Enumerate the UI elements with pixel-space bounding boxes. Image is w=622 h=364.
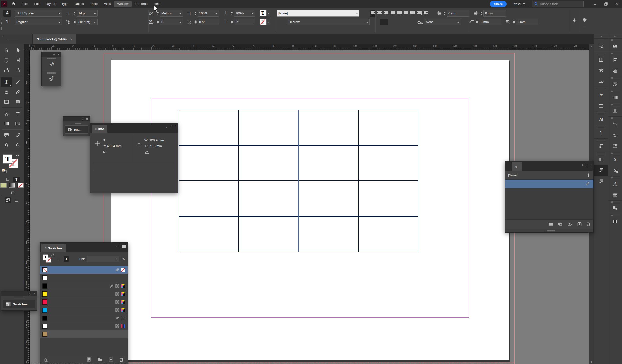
fill-stroke-proxy[interactable]: T T — [43, 254, 53, 264]
apply-color-button[interactable] — [0, 183, 7, 188]
stepper[interactable] — [194, 19, 197, 25]
share-button[interactable]: Share — [490, 1, 506, 7]
new-cell-style-button[interactable] — [577, 222, 582, 227]
panel-grip[interactable] — [1, 19, 2, 31]
drag-grip[interactable] — [7, 39, 18, 41]
horizontal-scale-select[interactable]: 100% — [234, 10, 255, 17]
stepper[interactable] — [230, 19, 233, 25]
swatch-row[interactable] — [40, 306, 128, 314]
table-cell-r2c4[interactable] — [358, 145, 418, 181]
table-cell-r2c3[interactable] — [299, 145, 358, 181]
swatch-views-button[interactable] — [87, 357, 92, 363]
paragraph-styles-panel-icon[interactable]: ¶ — [42, 74, 61, 83]
pathfinder-panel-icon[interactable] — [608, 65, 622, 76]
delete-swatch-button[interactable] — [119, 357, 123, 363]
skew-field[interactable]: 0° — [234, 19, 255, 25]
justify-last-center-button[interactable] — [396, 10, 403, 17]
panel-menu-icon[interactable] — [122, 245, 126, 248]
conditional-text-panel-icon[interactable]: S — [608, 165, 622, 176]
tab-cell-styles[interactable]: ◊ — [512, 162, 522, 171]
table-cell-r1c4[interactable] — [358, 110, 418, 145]
composer-panel-icon[interactable] — [608, 130, 622, 141]
ltr-direction-button[interactable] — [380, 19, 388, 25]
gradient-panel-icon[interactable] — [608, 92, 622, 103]
free-transform-tool[interactable] — [12, 109, 24, 118]
kerning-select[interactable]: Metrics — [160, 10, 183, 17]
fast-apply-icon[interactable] — [572, 18, 577, 25]
character-styles-panel-icon[interactable]: A — [42, 59, 61, 69]
tab-swatches[interactable]: ◊Swatches — [41, 244, 66, 252]
media-panel-icon[interactable] — [608, 216, 622, 227]
stepper[interactable] — [73, 19, 76, 25]
character-fill-swatch[interactable]: T — [260, 10, 266, 16]
scroll-up-icon[interactable]: ▲ — [590, 45, 593, 48]
table-cell-r3c1[interactable] — [179, 181, 239, 216]
type-tool[interactable]: T — [1, 77, 12, 87]
stepper[interactable] — [156, 19, 159, 25]
indesign-logo[interactable]: Id — [1, 1, 7, 7]
search-input[interactable] — [540, 2, 576, 6]
font-family-select[interactable]: FbSpoiler — [15, 10, 62, 17]
rectangle-tool[interactable] — [12, 97, 24, 107]
bookmarks-panel-icon[interactable] — [608, 141, 622, 152]
kashida-select[interactable]: None — [424, 19, 461, 25]
character-formatting-button[interactable]: A — [3, 10, 11, 17]
collapse-dock-icon[interactable]: « — [614, 35, 616, 38]
right-indent-field[interactable]: 0 mm — [484, 10, 506, 17]
fill-proxy[interactable]: T — [3, 154, 12, 164]
tint-field[interactable]: › — [87, 256, 119, 262]
table-cell-r4c1[interactable] — [179, 216, 239, 252]
panel-menu-icon[interactable] — [587, 164, 591, 166]
tab-table[interactable] — [505, 162, 512, 171]
clear-overrides-button[interactable] — [558, 222, 563, 227]
stroke-styles-panel-icon[interactable]: S — [608, 154, 622, 165]
lists-panel-icon[interactable] — [608, 190, 622, 200]
table-cell-r3c3[interactable] — [299, 181, 358, 216]
table-cell-r4c2[interactable] — [239, 216, 299, 252]
collapse-dock-icon[interactable]: « — [600, 35, 602, 38]
export-swatches-button[interactable] — [44, 357, 49, 363]
formatting-affects-container-button[interactable] — [55, 256, 61, 262]
break-link-button[interactable] — [568, 222, 573, 227]
text-wrap-panel-icon[interactable] — [608, 105, 622, 116]
tab-table-s[interactable] — [522, 162, 528, 171]
justify-last-left-button[interactable] — [389, 10, 396, 17]
ruler-origin[interactable] — [24, 44, 30, 50]
view-options-icon[interactable] — [9, 190, 15, 195]
rtl-direction-button[interactable] — [388, 19, 395, 25]
comments-panel-icon[interactable] — [594, 41, 608, 52]
close-tab-icon[interactable]: × — [70, 37, 72, 41]
collapse-icon[interactable]: « — [2, 35, 4, 38]
small-caps-button[interactable] — [102, 19, 110, 25]
table-cell-r3c4[interactable] — [358, 181, 418, 216]
fill-expander[interactable]: › — [266, 10, 270, 16]
formatting-affects-text-button[interactable]: T — [13, 177, 20, 182]
menu-item-type[interactable]: Type — [58, 1, 71, 7]
align-away-spine-button[interactable] — [422, 10, 429, 17]
font-size-select[interactable]: 14 pt — [77, 10, 98, 17]
eyedropper-tool[interactable] — [12, 130, 24, 140]
scroll-down-icon[interactable]: ▼ — [590, 360, 593, 363]
menu-item-file[interactable]: File — [19, 1, 31, 7]
tab-info[interactable]: ◊Info — [92, 125, 107, 133]
stepper[interactable] — [194, 10, 197, 16]
menu-item-object[interactable]: Object — [72, 1, 87, 7]
info-panel-collapsed-button[interactable]: i Inf... — [65, 125, 88, 134]
page-tool[interactable] — [1, 55, 12, 65]
vertical-scale-select[interactable]: 100% — [197, 10, 219, 17]
stepper[interactable] — [73, 10, 76, 16]
swatch-row[interactable] — [40, 290, 128, 298]
new-swatch-button[interactable] — [109, 357, 113, 362]
expand-icon[interactable]: » — [29, 292, 30, 295]
formatting-affects-text-button[interactable]: T — [64, 256, 70, 262]
close-icon[interactable]: × — [58, 53, 59, 56]
adjust-panel-icon[interactable] — [608, 119, 622, 130]
table-panel-icon[interactable] — [594, 154, 608, 165]
stepper[interactable] — [512, 19, 515, 25]
character-stroke-swatch[interactable]: T — [260, 19, 266, 25]
table-cell-r1c3[interactable] — [299, 110, 358, 145]
swap-fill-stroke-icon[interactable] — [15, 154, 19, 158]
swatch-row[interactable] — [40, 314, 128, 322]
stepper[interactable] — [443, 10, 446, 16]
table-cell-r4c4[interactable] — [358, 216, 418, 252]
